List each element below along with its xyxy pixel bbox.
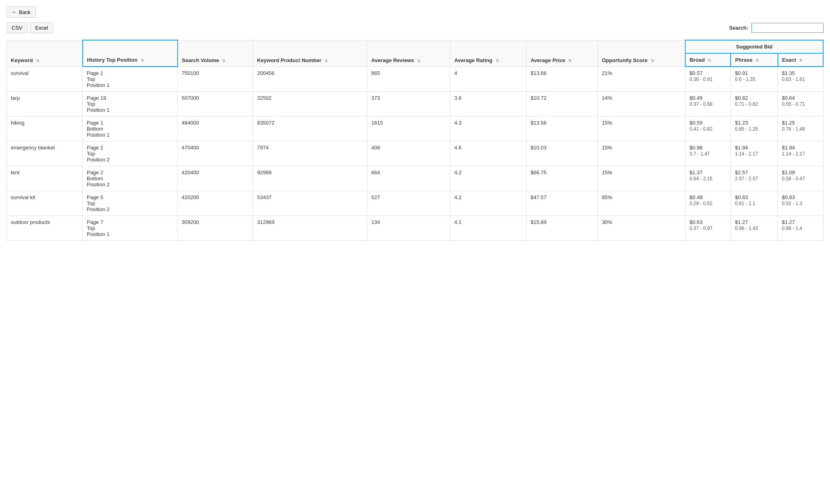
sort-icon-history[interactable]: ⇅	[141, 58, 144, 62]
cell-keyword: tarp	[7, 92, 83, 117]
cell-broad: $0.480.29 - 0.82	[685, 191, 731, 216]
cell-search-volume: 507000	[178, 92, 253, 117]
cell-broad: $0.490.37 - 0.68	[685, 92, 731, 117]
cell-keyword: survival	[7, 67, 83, 92]
table-row: outdoor productsPage 7TopPosition 130920…	[7, 216, 824, 241]
sort-icon-average-price[interactable]: ⇅	[568, 58, 571, 63]
cell-search-volume: 484000	[178, 117, 253, 141]
sort-icon-exact[interactable]: ⇅	[799, 58, 802, 62]
back-arrow-icon: ←	[12, 9, 17, 15]
cell-average-rating: 4	[450, 67, 526, 92]
cell-average-reviews: 373	[367, 92, 450, 117]
table-row: hikingPage 1BottomPosition 1484000835072…	[7, 117, 824, 141]
search-input[interactable]	[751, 23, 824, 33]
table-row: emergency blanketPage 2TopPosition 24704…	[7, 141, 824, 166]
sort-icon-broad[interactable]: ⇅	[708, 58, 711, 62]
cell-opportunity-score: 15%	[597, 141, 685, 166]
cell-search-volume: 420200	[178, 191, 253, 216]
table-row: tarpPage 19TopPosition 1507000325023733.…	[7, 92, 824, 117]
sort-icon-average-reviews[interactable]: ⇅	[417, 58, 420, 63]
cell-keyword: tent	[7, 166, 83, 191]
cell-search-volume: 309200	[178, 216, 253, 241]
cell-history-top-position: Page 5TopPosition 2	[83, 191, 178, 216]
cell-opportunity-score: 30%	[597, 216, 685, 241]
cell-phrase: $0.820.71 - 0.82	[731, 92, 777, 117]
col-history-top-position: History Top Position ⇅	[83, 40, 178, 67]
sort-icon-keyword[interactable]: ⇅	[36, 58, 39, 63]
cell-broad: $0.590.41 - 0.82	[685, 117, 731, 141]
col-broad: Broad ⇅	[685, 53, 731, 67]
cell-opportunity-score: 21%	[597, 67, 685, 92]
col-opportunity-score: Opportunity Score ⇅	[597, 40, 685, 67]
cell-keyword-product-number: 312969	[253, 216, 367, 241]
cell-phrase: $1.230.85 - 1.25	[731, 117, 777, 141]
col-keyword-product-number: Keyword Product Number ⇅	[253, 40, 367, 67]
cell-search-volume: 420400	[178, 166, 253, 191]
col-search-volume: Search Volume ⇅	[178, 40, 253, 67]
col-exact: Exact ⇅	[778, 53, 823, 67]
cell-average-rating: 4.2	[450, 166, 526, 191]
cell-exact: $0.640.55 - 0.71	[778, 92, 823, 117]
cell-average-reviews: 134	[367, 216, 450, 241]
cell-average-rating: 4.6	[450, 141, 526, 166]
cell-exact: $1.941.14 - 2.17	[778, 141, 823, 166]
cell-broad: $0.960.7 - 1.47	[685, 141, 731, 166]
header-row-group: Keyword ⇅ History Top Position ⇅ Search …	[7, 40, 824, 53]
cell-phrase: $0.910.6 - 1.35	[731, 67, 777, 92]
cell-average-price: $10.72	[526, 92, 598, 117]
col-suggested-bid-group: Suggested Bid	[685, 40, 823, 53]
table-wrapper: Keyword ⇅ History Top Position ⇅ Search …	[6, 40, 824, 241]
cell-search-volume: 750100	[178, 67, 253, 92]
cell-phrase: $2.572.57 - 2.57	[731, 166, 777, 191]
cell-exact: $1.250.76 - 1.48	[778, 117, 823, 141]
cell-average-price: $10.03	[526, 141, 598, 166]
cell-average-price: $13.56	[526, 117, 598, 141]
cell-average-rating: 3.8	[450, 92, 526, 117]
table-row: survival kitPage 5TopPosition 2420200534…	[7, 191, 824, 216]
col-average-reviews: Average Reviews ⇅	[367, 40, 450, 67]
cell-keyword: emergency blanket	[7, 141, 83, 166]
cell-phrase: $1.941.14 - 2.17	[731, 141, 777, 166]
cell-exact: $1.090.56 - 5.47	[778, 166, 823, 191]
cell-average-reviews: 1615	[367, 117, 450, 141]
cell-keyword-product-number: 7974	[253, 141, 367, 166]
cell-keyword: outdoor products	[7, 216, 83, 241]
cell-search-volume: 470400	[178, 141, 253, 166]
cell-exact: $1.350.63 - 1.61	[778, 67, 823, 92]
csv-button[interactable]: CSV	[6, 22, 28, 33]
sort-icon-phrase[interactable]: ⇅	[755, 58, 759, 62]
cell-history-top-position: Page 2TopPosition 2	[83, 141, 178, 166]
cell-phrase: $0.830.61 - 1.1	[731, 191, 777, 216]
cell-keyword: survival kit	[7, 191, 83, 216]
cell-average-rating: 4.2	[450, 191, 526, 216]
top-bar: ← Back	[6, 6, 824, 18]
col-average-price: Average Price ⇅	[526, 40, 598, 67]
cell-history-top-position: Page 1TopPosition 1	[83, 67, 178, 92]
sort-icon-keyword-product-number[interactable]: ⇅	[324, 58, 328, 63]
back-button[interactable]: ← Back	[6, 6, 36, 18]
cell-history-top-position: Page 19TopPosition 1	[83, 92, 178, 117]
cell-keyword-product-number: 53437	[253, 191, 367, 216]
col-phrase: Phrase ⇅	[731, 53, 777, 67]
cell-history-top-position: Page 1BottomPosition 1	[83, 117, 178, 141]
cell-average-reviews: 408	[367, 141, 450, 166]
search-area: Search:	[729, 23, 824, 33]
sort-icon-opportunity-score[interactable]: ⇅	[651, 58, 654, 63]
cell-average-price: $13.66	[526, 67, 598, 92]
table-row: survivalPage 1TopPosition 17501002004568…	[7, 67, 824, 92]
sort-icon-average-rating[interactable]: ⇅	[496, 58, 499, 63]
cell-opportunity-score: 85%	[597, 191, 685, 216]
cell-average-rating: 4.3	[450, 117, 526, 141]
cell-broad: $0.630.37 - 0.97	[685, 216, 731, 241]
cell-opportunity-score: 15%	[597, 117, 685, 141]
cell-broad: $0.570.36 - 0.91	[685, 67, 731, 92]
cell-broad: $1.370.64 - 2.15	[685, 166, 731, 191]
back-label: Back	[19, 9, 30, 15]
cell-history-top-position: Page 2BottomPosition 2	[83, 166, 178, 191]
cell-average-price: $66.75	[526, 166, 598, 191]
sort-icon-search-volume[interactable]: ⇅	[222, 58, 225, 63]
excel-button[interactable]: Excel	[30, 22, 53, 33]
cell-opportunity-score: 14%	[597, 92, 685, 117]
cell-average-price: $15.89	[526, 216, 598, 241]
cell-keyword-product-number: 92989	[253, 166, 367, 191]
